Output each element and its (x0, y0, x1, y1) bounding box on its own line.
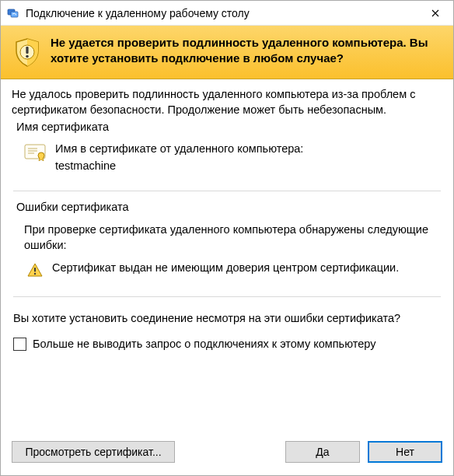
svg-rect-3 (26, 47, 28, 54)
dialog-window: Подключение к удаленному рабочему столу … (0, 0, 454, 476)
errors-intro: При проверке сертификата удаленного комп… (24, 222, 430, 253)
svg-rect-10 (34, 268, 36, 272)
banner-message: Не удается проверить подлинность удаленн… (51, 35, 442, 65)
window-title: Подключение к удаленному рабочему столу (26, 7, 417, 19)
view-certificate-button[interactable]: Просмотреть сертификат... (12, 441, 175, 463)
warning-banner: Не удается проверить подлинность удаленн… (1, 26, 453, 79)
cert-value: testmachine (55, 159, 430, 172)
dont-ask-label[interactable]: Больше не выводить запрос о подключениях… (33, 338, 375, 350)
cert-errors-group: При проверке сертификата удаленного комп… (13, 215, 441, 289)
certificate-icon (24, 144, 46, 161)
cert-name-group-label: Имя сертификата (16, 121, 442, 133)
dialog-footer: Просмотреть сертификат... Да Нет (1, 441, 453, 475)
cert-errors-group-label: Ошибки сертификата (16, 201, 442, 213)
divider (13, 191, 441, 191)
explain-text: Не удалось проверить подлинность удаленн… (12, 87, 442, 117)
titlebar: Подключение к удаленному рабочему столу (1, 1, 453, 26)
cert-label: Имя в сертификате от удаленного компьюте… (55, 142, 430, 155)
divider (13, 296, 441, 297)
warning-triangle-icon (27, 262, 43, 278)
dont-ask-checkbox[interactable] (13, 338, 26, 351)
svg-point-11 (34, 273, 36, 275)
dont-ask-row: Больше не выводить запрос о подключениях… (13, 338, 441, 351)
svg-point-4 (26, 55, 29, 58)
svg-point-9 (38, 152, 44, 159)
shield-warning-icon (12, 37, 43, 68)
error-item: Сертификат выдан не имеющим доверия цент… (24, 261, 430, 278)
confirm-question: Вы хотите установить соединение несмотря… (13, 311, 441, 327)
no-button[interactable]: Нет (368, 441, 442, 463)
cert-name-group: Имя в сертификате от удаленного компьюте… (13, 135, 441, 183)
svg-rect-1 (11, 12, 18, 17)
rdp-app-icon (7, 7, 19, 19)
yes-button[interactable]: Да (285, 441, 360, 463)
dialog-body: Не удалось проверить подлинность удаленн… (1, 79, 453, 441)
close-button[interactable] (417, 1, 453, 25)
error-text: Сертификат выдан не имеющим доверия цент… (52, 261, 399, 276)
